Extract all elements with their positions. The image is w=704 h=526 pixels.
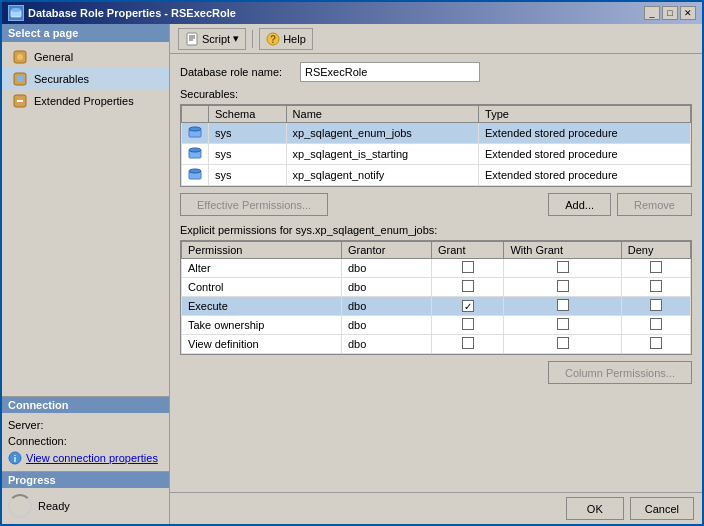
svg-point-17 — [189, 127, 201, 131]
securables-btn-row: Effective Permissions... Add... Remove — [180, 193, 692, 216]
db-role-name-label: Database role name: — [180, 66, 300, 78]
perm-grant-cell — [431, 259, 503, 278]
row-schema: sys — [209, 165, 287, 186]
row-type: Extended stored procedure — [479, 144, 691, 165]
extended-properties-label: Extended Properties — [34, 95, 134, 107]
perm-with-grant-cell — [504, 335, 621, 354]
permissions-table: Permission Grantor Grant With Grant Deny… — [181, 241, 691, 354]
grant-checkbox[interactable] — [462, 318, 474, 330]
db-role-name-row: Database role name: — [180, 62, 692, 82]
connection-section: Connection Server: Connection: i View co… — [2, 396, 169, 471]
script-label: Script — [202, 33, 230, 45]
col-name: Name — [286, 106, 478, 123]
row-name: xp_sqlagent_is_starting — [286, 144, 478, 165]
window-icon — [8, 5, 24, 21]
maximize-button[interactable]: □ — [662, 6, 678, 20]
row-schema: sys — [209, 144, 287, 165]
help-icon: ? — [266, 32, 280, 46]
grant-checkbox[interactable] — [462, 337, 474, 349]
svg-point-21 — [189, 169, 201, 173]
help-button[interactable]: ? Help — [259, 28, 313, 50]
general-icon — [12, 49, 28, 65]
ok-button[interactable]: OK — [566, 497, 624, 520]
db-role-name-input[interactable] — [300, 62, 480, 82]
grant-checkbox[interactable] — [462, 261, 474, 273]
db-row-icon — [188, 146, 202, 160]
grant-checkbox[interactable] — [462, 280, 474, 292]
extended-properties-icon — [12, 93, 28, 109]
perm-deny-cell — [621, 259, 690, 278]
perm-col-grant: Grant — [431, 242, 503, 259]
main-window: Database Role Properties - RSExecRole _ … — [0, 0, 704, 526]
row-name: xp_sqlagent_enum_jobs — [286, 123, 478, 144]
svg-point-1 — [11, 8, 21, 12]
sidebar-item-securables[interactable]: Securables — [2, 68, 169, 90]
with-grant-checkbox[interactable] — [557, 261, 569, 273]
deny-checkbox[interactable] — [650, 280, 662, 292]
column-permissions-button[interactable]: Column Permissions... — [548, 361, 692, 384]
svg-rect-10 — [187, 33, 197, 45]
col-schema: Schema — [209, 106, 287, 123]
perm-grant-cell — [431, 278, 503, 297]
permissions-label: Explicit permissions for sys.xp_sqlagent… — [180, 224, 692, 236]
table-row[interactable]: Alter dbo — [182, 259, 691, 278]
securables-icon — [12, 71, 28, 87]
table-row[interactable]: View definition dbo — [182, 335, 691, 354]
deny-checkbox[interactable] — [650, 299, 662, 311]
table-row[interactable]: Take ownership dbo — [182, 316, 691, 335]
with-grant-checkbox[interactable] — [557, 280, 569, 292]
table-row[interactable]: sys xp_sqlagent_enum_jobs Extended store… — [182, 123, 691, 144]
sidebar-item-general[interactable]: General — [2, 46, 169, 68]
effective-permissions-button[interactable]: Effective Permissions... — [180, 193, 328, 216]
row-name: xp_sqlagent_notify — [286, 165, 478, 186]
with-grant-checkbox[interactable] — [557, 318, 569, 330]
svg-text:i: i — [14, 454, 17, 464]
nav-items: General Securables — [2, 42, 169, 396]
perm-permission: View definition — [182, 335, 342, 354]
minimize-button[interactable]: _ — [644, 6, 660, 20]
perm-grantor: dbo — [342, 278, 432, 297]
perm-grantor: dbo — [342, 297, 432, 316]
connection-label: Connection: — [8, 435, 163, 447]
deny-checkbox[interactable] — [650, 337, 662, 349]
title-bar: Database Role Properties - RSExecRole _ … — [2, 2, 702, 24]
help-label: Help — [283, 33, 306, 45]
perm-grantor: dbo — [342, 316, 432, 335]
perm-with-grant-cell — [504, 316, 621, 335]
remove-button[interactable]: Remove — [617, 193, 692, 216]
perm-grant-cell — [431, 335, 503, 354]
with-grant-checkbox[interactable] — [557, 299, 569, 311]
row-icon-cell — [182, 144, 209, 165]
perm-deny-cell — [621, 335, 690, 354]
table-row[interactable]: sys xp_sqlagent_is_starting Extended sto… — [182, 144, 691, 165]
db-row-icon — [188, 125, 202, 139]
select-page-header: Select a page — [2, 24, 169, 42]
row-type: Extended stored procedure — [479, 165, 691, 186]
perm-permission: Execute — [182, 297, 342, 316]
link-icon: i — [8, 451, 22, 465]
deny-checkbox[interactable] — [650, 318, 662, 330]
table-row[interactable]: Execute dbo — [182, 297, 691, 316]
with-grant-checkbox[interactable] — [557, 337, 569, 349]
progress-status: Ready — [38, 500, 70, 512]
sidebar-item-extended-properties[interactable]: Extended Properties — [2, 90, 169, 112]
window-title: Database Role Properties - RSExecRole — [28, 7, 236, 19]
content-area: Database role name: Securables: Schema N… — [170, 54, 702, 492]
perm-deny-cell — [621, 297, 690, 316]
col-type: Type — [479, 106, 691, 123]
table-row[interactable]: Control dbo — [182, 278, 691, 297]
deny-checkbox[interactable] — [650, 261, 662, 273]
svg-point-19 — [189, 148, 201, 152]
close-button[interactable]: ✕ — [680, 6, 696, 20]
svg-point-3 — [17, 54, 23, 60]
table-row[interactable]: sys xp_sqlagent_notify Extended stored p… — [182, 165, 691, 186]
cancel-button[interactable]: Cancel — [630, 497, 694, 520]
add-button[interactable]: Add... — [548, 193, 611, 216]
grant-checkbox[interactable] — [462, 300, 474, 312]
server-label: Server: — [8, 419, 163, 431]
script-button[interactable]: Script ▾ — [178, 28, 246, 50]
row-schema: sys — [209, 123, 287, 144]
view-connection-link[interactable]: i View connection properties — [8, 451, 163, 465]
svg-text:?: ? — [270, 34, 276, 45]
row-icon-cell — [182, 165, 209, 186]
